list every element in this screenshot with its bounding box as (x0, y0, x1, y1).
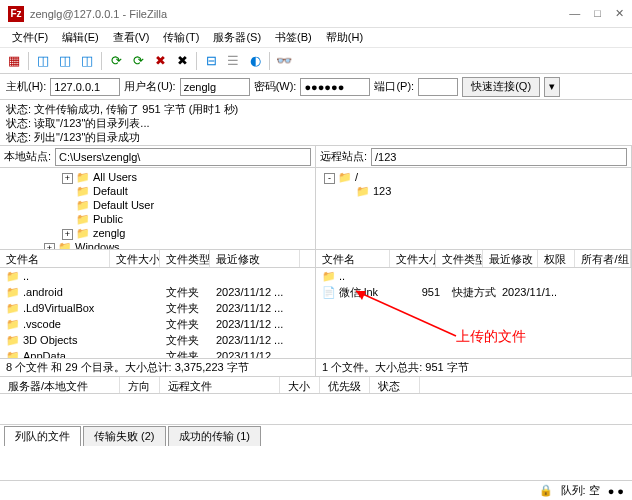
port-input[interactable] (418, 78, 458, 96)
host-label: 主机(H): (6, 79, 46, 94)
tree-node[interactable]: +📁zenglg (4, 226, 311, 240)
folder-icon: 📁 (76, 171, 90, 183)
remote-tree[interactable]: -📁/📁123 (316, 168, 631, 250)
column-header[interactable]: 优先级 (320, 377, 370, 393)
log-line: 状态: 读取"/123"的目录列表... (6, 116, 626, 130)
quickconnect-dropdown[interactable]: ▾ (544, 77, 560, 97)
column-header[interactable]: 文件名 (316, 250, 390, 267)
local-file-list[interactable]: 📁..📁.android文件夹2023/11/12 ...📁.Ld9Virtua… (0, 268, 315, 358)
menu-item[interactable]: 传输(T) (157, 28, 205, 47)
tree-node[interactable]: 📁Default User (4, 198, 311, 212)
folder-icon: 📁 (76, 213, 90, 225)
column-header[interactable]: 远程文件 (160, 377, 280, 393)
column-header[interactable]: 文件名 (0, 250, 110, 267)
column-header[interactable]: 文件类型 (436, 250, 482, 267)
local-tree[interactable]: +📁All Users📁Default📁Default User📁Public+… (0, 168, 315, 250)
queue-status: 队列: 空 (561, 483, 600, 498)
menu-item[interactable]: 查看(V) (107, 28, 156, 47)
queue-tab[interactable]: 列队的文件 (4, 426, 81, 446)
remote-pane: -📁/📁123 文件名文件大小文件类型最近修改权限所有者/组 📁..📄微信.ln… (316, 168, 632, 376)
refresh-button[interactable]: ⟳ (106, 51, 126, 71)
menu-item[interactable]: 文件(F) (6, 28, 54, 47)
menu-item[interactable]: 服务器(S) (207, 28, 267, 47)
toggle-queue-button[interactable]: ◫ (77, 51, 97, 71)
column-header[interactable]: 最近修改 (210, 250, 300, 267)
column-header[interactable]: 权限 (538, 250, 575, 267)
remote-status: 1 个文件。大小总共: 951 字节 (316, 358, 631, 376)
status-indicators: ● ● (608, 485, 624, 497)
menu-item[interactable]: 书签(B) (269, 28, 318, 47)
tree-label: / (355, 171, 358, 183)
close-button[interactable]: ✕ (615, 7, 624, 20)
lock-icon: 🔒 (539, 484, 553, 497)
list-item[interactable]: 📁.android文件夹2023/11/12 ... (0, 284, 315, 300)
queue-tab[interactable]: 传输失败 (2) (83, 426, 166, 446)
list-item[interactable]: 📁3D Objects文件夹2023/11/12 ... (0, 332, 315, 348)
local-status: 8 个文件 和 29 个目录。大小总计: 3,375,223 字节 (0, 358, 315, 376)
list-item[interactable]: 📁.. (0, 268, 315, 284)
user-input[interactable] (180, 78, 250, 96)
queue-tabs: 列队的文件传输失败 (2)成功的传输 (1) (0, 424, 632, 446)
search-button[interactable]: 👓 (274, 51, 294, 71)
process-queue-button[interactable]: ⟳ (128, 51, 148, 71)
minimize-button[interactable]: — (569, 7, 580, 20)
menu-item[interactable]: 帮助(H) (320, 28, 369, 47)
column-header[interactable]: 文件大小 (110, 250, 160, 267)
cancel-button[interactable]: ✖ (150, 51, 170, 71)
expander-icon[interactable]: + (62, 173, 73, 184)
expander-icon[interactable]: + (62, 229, 73, 240)
toggle-log-button[interactable]: ◫ (55, 51, 75, 71)
port-label: 端口(P): (374, 79, 414, 94)
expander-icon[interactable]: + (44, 243, 55, 250)
remote-file-list[interactable]: 📁..📄微信.lnk951快捷方式2023/11/1... (316, 268, 631, 358)
toolbar: ▦ ◫ ◫ ◫ ⟳ ⟳ ✖ ✖ ⊟ ☰ ◐ 👓 (0, 48, 632, 74)
list-item[interactable]: 📁.vscode文件夹2023/11/12 ... (0, 316, 315, 332)
menu-item[interactable]: 编辑(E) (56, 28, 105, 47)
column-header[interactable]: 文件类型 (160, 250, 210, 267)
pass-input[interactable] (300, 78, 370, 96)
site-manager-button[interactable]: ▦ (4, 51, 24, 71)
tree-node[interactable]: 📁Default (4, 184, 311, 198)
list-item[interactable]: 📄微信.lnk951快捷方式2023/11/1... (316, 284, 631, 300)
maximize-button[interactable]: □ (594, 7, 601, 20)
reconnect-button[interactable]: ⊟ (201, 51, 221, 71)
column-header[interactable]: 方向 (120, 377, 160, 393)
list-item[interactable]: 📁.. (316, 268, 631, 284)
tree-label: All Users (93, 171, 137, 183)
queue-tab[interactable]: 成功的传输 (1) (168, 426, 262, 446)
tree-node[interactable]: +📁All Users (4, 170, 311, 184)
list-item[interactable]: 📁AppData文件夹2023/11/12 ... (0, 348, 315, 358)
disconnect-button[interactable]: ✖ (172, 51, 192, 71)
filter-button[interactable]: ☰ (223, 51, 243, 71)
column-header[interactable]: 服务器/本地文件 (0, 377, 120, 393)
host-input[interactable] (50, 78, 120, 96)
column-header[interactable]: 最近修改 (483, 250, 539, 267)
file-icon: 📁 (6, 286, 20, 298)
remote-path-input[interactable] (371, 148, 627, 166)
list-item[interactable]: 📁.Ld9VirtualBox文件夹2023/11/12 ... (0, 300, 315, 316)
quickconnect-button[interactable]: 快速连接(Q) (462, 77, 540, 97)
tree-node[interactable]: 📁Public (4, 212, 311, 226)
column-header[interactable]: 文件大小 (390, 250, 436, 267)
toggle-tree-button[interactable]: ◫ (33, 51, 53, 71)
tree-node[interactable]: +📁Windows (4, 240, 311, 250)
compare-button[interactable]: ◐ (245, 51, 265, 71)
tree-label: Windows (75, 241, 120, 250)
tree-node[interactable]: 📁123 (320, 184, 627, 198)
folder-icon: 📁 (356, 185, 370, 197)
site-paths: 本地站点: 远程站点: (0, 146, 632, 168)
column-header[interactable]: 大小 (280, 377, 320, 393)
local-list-header: 文件名文件大小文件类型最近修改 (0, 250, 315, 268)
folder-icon: 📁 (58, 241, 72, 250)
expander-icon[interactable]: - (324, 173, 335, 184)
column-header[interactable]: 状态 (370, 377, 420, 393)
tree-node[interactable]: -📁/ (320, 170, 627, 184)
local-path-input[interactable] (55, 148, 311, 166)
file-icon: 📁 (322, 270, 336, 282)
queue-list[interactable] (0, 394, 632, 424)
message-log: 状态: 文件传输成功, 传输了 951 字节 (用时1 秒)状态: 读取"/12… (0, 100, 632, 146)
folder-icon: 📁 (338, 171, 352, 183)
column-header[interactable]: 所有者/组 (575, 250, 631, 267)
file-icon: 📁 (6, 334, 20, 346)
statusbar: 🔒 队列: 空 ● ● (0, 480, 632, 500)
